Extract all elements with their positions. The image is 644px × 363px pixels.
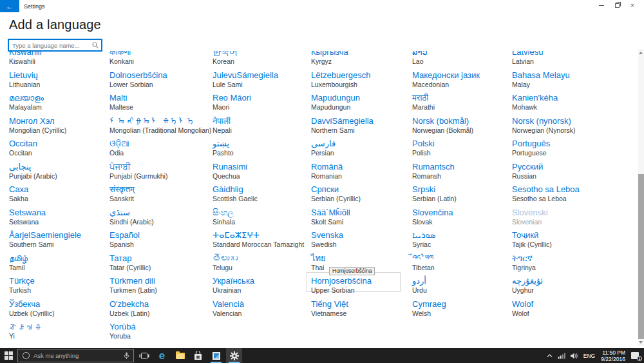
language-item[interactable]: ⵜⴰⵎⴰⵣⵉⵖⵜStandard Moroccan Tamazight [213,230,311,253]
language-item[interactable]: OccitanOccitan [9,139,109,162]
language-item[interactable]: TürkçeTurkish [9,276,109,299]
language-item[interactable]: HornjoserbšćinaHornjoserbšćinaUpper Sorb… [311,276,412,299]
restore-button[interactable] [609,1,625,10]
language-item[interactable]: KiswahiliKiswahili [9,51,109,70]
language-item[interactable]: Македонски јазикMacedonian [412,70,512,93]
language-item[interactable]: КыргызчаKyrgyz [311,51,412,70]
scrollbar-down-arrow[interactable] [639,341,643,344]
language-item[interactable]: ÅarjelSaemiengieleSouthern Sami [9,230,109,253]
language-item[interactable]: తెలుగుTelugu [213,253,311,277]
language-item[interactable]: ТатарTatar (Cyrillic) [109,253,213,277]
settings-app-button[interactable] [226,348,242,363]
input-language-indicator[interactable]: ENG [581,348,598,363]
language-item[interactable]: GàidhligScottish Gaelic [213,184,311,208]
start-button[interactable] [0,348,17,363]
language-item[interactable]: PortuguêsPortuguese [512,139,638,162]
task-view-button[interactable] [136,348,152,363]
language-item[interactable]: RumantschRomansh [412,162,512,185]
language-item[interactable]: YorùbáYoruba [109,322,213,345]
microphone-icon[interactable] [124,352,129,360]
language-item[interactable]: پښتوPashto [213,139,311,162]
language-item[interactable]: Tiếng ViệtVietnamese [311,299,412,322]
scrollbar-up-arrow[interactable] [639,52,643,54]
language-item[interactable]: ꆈꌠꁱꂷYi [9,322,109,345]
language-item[interactable]: LietuviųLithuanian [9,70,109,93]
language-item[interactable]: CymraegWelsh [412,299,512,322]
close-button[interactable]: × [625,1,640,10]
file-explorer-button[interactable] [172,348,188,363]
minimize-button[interactable] [594,1,609,10]
action-center-button[interactable]: 1 [629,348,644,363]
language-item[interactable]: سنڌيSindhi (Arabic) [109,208,213,231]
network-button[interactable] [555,348,568,363]
clock[interactable]: 11:50 PM 9/22/2016 [598,349,629,362]
language-item[interactable]: ТоҷикӣTajik (Cyrillic) [512,230,638,253]
language-item[interactable]: 한국어Korean [213,51,311,70]
language-item[interactable]: ئۇيغۇرچەUyghur [512,276,638,299]
language-item[interactable]: Sesotho sa LeboaSesotho sa Leboa [512,184,638,208]
language-item[interactable]: Norsk (bokmål)Norwegian (Bokmål) [412,116,512,139]
language-item[interactable]: РусскийRussian [512,162,638,185]
language-item[interactable]: EspañolSpanish [109,230,213,253]
language-item[interactable]: ᠮᠣᠩᠭᠣᠯ ᠬᠡᠯᠡMongolian (Traditional Mongol… [109,116,213,139]
language-search-input[interactable] [9,42,92,49]
language-item[interactable]: RunasimiQuechua [213,162,311,185]
language-item[interactable]: WolofWolof [512,299,638,322]
language-item[interactable]: ትግርኛTigrinya [512,253,638,277]
language-item[interactable]: ЎзбекчаUzbek (Cyrillic) [9,299,109,322]
tray-overflow-button[interactable] [544,348,555,363]
language-item[interactable]: MapudungunMapudungun [311,93,412,116]
language-item[interactable]: CaxaSakha [9,184,109,208]
language-item[interactable]: Norsk (nynorsk)Norwegian (Nynorsk) [512,116,638,139]
language-item[interactable]: فارسیPersian [311,139,412,162]
language-item[interactable]: ਪੰਜਾਬੀPunjabi (Gurmukhi) [109,162,213,185]
language-item[interactable]: JulevuSámegiellaLule Sami [213,70,311,93]
volume-button[interactable] [568,348,581,363]
language-item[interactable]: PolskiPolish [412,139,512,162]
store-button[interactable] [190,348,206,363]
language-item[interactable]: བོད་ཡིགTibetan [412,253,512,277]
language-item[interactable]: أردوUrdu [412,276,512,299]
language-item[interactable]: RomânăRomanian [311,162,412,185]
language-native-name: Setswana [9,208,109,218]
language-item[interactable]: Kanien'kéhaMohawk [512,93,638,116]
language-item[interactable]: മലയാളംMalayalam [9,93,109,116]
photos-app-button[interactable] [208,348,224,363]
language-item[interactable]: Монгол ХэлMongolian (Cyrillic) [9,116,109,139]
scrollbar-thumb[interactable] [638,174,644,339]
language-item[interactable]: СрпскиSerbian (Cyrillic) [311,184,412,208]
language-item[interactable]: SvenskaSwedish [311,230,412,253]
language-item[interactable]: Reo MāoriMaori [213,93,311,116]
language-item[interactable]: සිංහලSinhala [213,208,311,231]
language-item[interactable]: Bahasa MelayuMalay [512,70,638,93]
language-item[interactable]: DolnoserbšćinaLower Sorbian [109,70,213,93]
language-item[interactable]: संस्कृतम्Sanskrit [109,184,213,208]
language-item[interactable]: ValenciàValencian [213,299,311,322]
language-search-box[interactable] [8,39,102,52]
language-item[interactable]: SlovenskiSlovenian [512,208,638,231]
language-item[interactable]: SlovenčinaSlovak [412,208,512,231]
edge-button[interactable]: e [154,348,170,363]
language-item[interactable]: नेपालीNepali [213,116,311,139]
language-item[interactable]: ລາວLao [412,51,512,70]
language-item[interactable]: Türkmen diliTurkmen (Latin) [109,276,213,299]
language-item[interactable]: MaltiMaltese [109,93,213,116]
language-item[interactable]: LëtzebuergeschLuxembourgish [311,70,412,93]
language-item[interactable]: தமிழ்Tamil [9,253,109,277]
scrollbar[interactable] [638,49,644,346]
back-button[interactable]: ← [0,0,19,12]
language-item[interactable]: ܣܘܪܝܝܐSyriac [412,230,512,253]
language-item[interactable]: कोंकणीKonkani [109,51,213,70]
cortana-search-box[interactable]: Ask me anything [17,349,134,362]
language-item[interactable]: LatviešuLatvian [512,51,638,70]
language-item[interactable]: پنجابیPunjabi (Arabic) [9,162,109,185]
language-item[interactable]: SrpskiSerbian (Latin) [412,184,512,208]
language-item[interactable]: O'zbekchaUzbek (Latin) [109,299,213,322]
language-item[interactable]: DavviSámegiellaNorthern Sami [311,116,412,139]
language-item[interactable]: Sää´MǩiõllSkolt Sami [311,208,412,231]
language-item[interactable]: SetswanaSetswana [9,208,109,231]
language-item[interactable]: ଓଡ଼ିଆOdia [109,139,213,162]
language-english-name: Turkish [9,286,109,295]
language-item[interactable]: मराठीMarathi [412,93,512,116]
language-item[interactable]: УкраїнськаUkrainian [213,276,311,299]
